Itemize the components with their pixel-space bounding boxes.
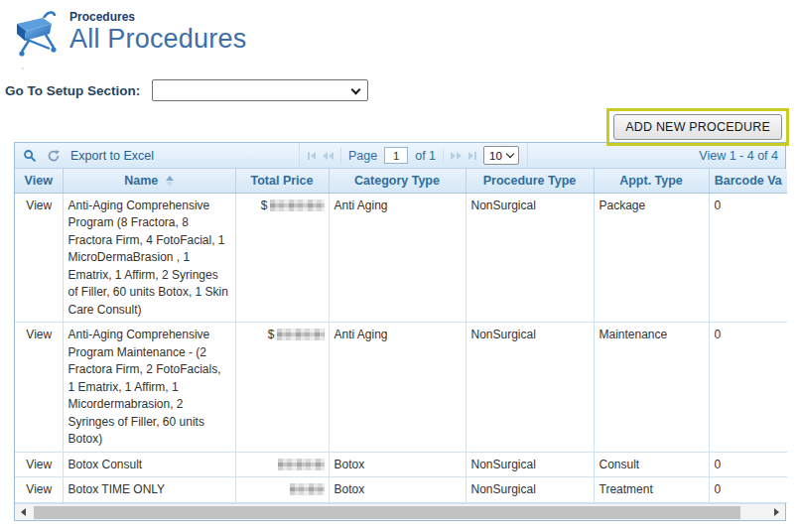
- page-size-select[interactable]: 10: [483, 146, 519, 165]
- table-row: View Botox TIME ONLY Botox NonSurgical T…: [15, 477, 787, 503]
- sort-ascending-icon: [166, 176, 174, 187]
- grid-toolbar: Export to Excel Page of 1 10 View 1 - 4 …: [15, 143, 785, 169]
- refresh-icon[interactable]: [47, 149, 61, 163]
- redacted-price: [278, 459, 325, 470]
- setup-section-select[interactable]: [152, 79, 368, 101]
- page-number-input[interactable]: [384, 147, 408, 164]
- column-header-category-type[interactable]: Category Type: [329, 169, 466, 193]
- add-new-procedure-button[interactable]: ADD NEW PROCEDURE: [613, 114, 782, 140]
- pager: Page of 1 10: [299, 143, 528, 168]
- view-link[interactable]: View: [26, 199, 52, 212]
- table-row: View Anti-Aging Comprehensive Program Ma…: [15, 323, 787, 453]
- page-of-label: of 1: [415, 149, 436, 163]
- procedure-type-cell: NonSurgical: [466, 452, 594, 477]
- column-header-barcode[interactable]: Barcode Va: [709, 169, 787, 193]
- procedure-type-cell: NonSurgical: [466, 477, 594, 503]
- barcode-value-cell: 0: [709, 323, 787, 453]
- procedure-type-cell: NonSurgical: [466, 323, 594, 453]
- table-row: View Anti-Aging Comprehensive Program (8…: [15, 193, 787, 323]
- procedures-grid: Export to Excel Page of 1 10 View 1 - 4 …: [14, 142, 786, 521]
- column-header-view[interactable]: View: [15, 169, 63, 193]
- first-page-icon[interactable]: [308, 152, 316, 160]
- barcode-value-cell: 0: [709, 477, 787, 503]
- add-button-highlight: ADD NEW PROCEDURE: [606, 108, 789, 146]
- breadcrumb: Procedures: [69, 8, 246, 24]
- page-label: Page: [348, 149, 377, 163]
- scroll-left-arrow-icon[interactable]: [15, 504, 32, 521]
- horizontal-scrollbar[interactable]: [15, 503, 785, 520]
- export-to-excel-link[interactable]: Export to Excel: [70, 149, 154, 163]
- page-title: All Procedures: [69, 24, 246, 54]
- procedure-name-cell: Botox Consult: [63, 452, 235, 477]
- column-header-appt-type[interactable]: Appt. Type: [594, 169, 709, 193]
- appt-type-cell: Maintenance: [594, 323, 709, 453]
- barcode-value-cell: 0: [709, 452, 787, 477]
- procedure-name-cell: Anti-Aging Comprehensive Program Mainten…: [63, 323, 235, 453]
- view-link[interactable]: View: [26, 482, 52, 496]
- redacted-price: [277, 329, 325, 340]
- setup-section-label: Go To Setup Section:: [5, 83, 140, 98]
- scroll-right-arrow-icon[interactable]: [768, 504, 785, 521]
- procedure-type-cell: NonSurgical: [466, 193, 594, 323]
- view-link[interactable]: View: [26, 328, 52, 341]
- chevron-down-icon: [506, 150, 514, 158]
- chevron-down-icon: [351, 85, 361, 95]
- appt-type-cell: Package: [594, 193, 709, 323]
- page-header: Procedures All Procedures: [0, 0, 800, 69]
- category-type-cell: Anti Aging: [329, 323, 466, 453]
- table-header-row: View Name Total Price Category Type Proc…: [15, 169, 787, 193]
- next-page-icon[interactable]: [451, 152, 462, 160]
- total-price-cell: [235, 452, 329, 477]
- scrollbar-thumb[interactable]: [34, 506, 740, 519]
- view-status: View 1 - 4 of 4: [699, 149, 785, 163]
- redacted-price: [290, 483, 325, 495]
- prev-page-icon[interactable]: [323, 152, 333, 160]
- page-size-value: 10: [489, 150, 502, 162]
- redacted-price: [270, 200, 325, 211]
- shopping-cart-icon: [10, 8, 60, 69]
- search-icon[interactable]: [23, 149, 37, 163]
- total-price-cell: $: [235, 193, 329, 323]
- procedures-table-body: View Anti-Aging Comprehensive Program (8…: [15, 193, 787, 502]
- total-price-cell: $: [235, 323, 329, 453]
- procedure-name-cell: Botox TIME ONLY: [63, 477, 235, 503]
- category-type-cell: Botox: [329, 452, 466, 477]
- column-header-name[interactable]: Name: [63, 169, 235, 193]
- pager-separator: [443, 148, 444, 164]
- appt-type-cell: Treatment: [594, 477, 709, 503]
- barcode-value-cell: 0: [709, 193, 787, 323]
- category-type-cell: Anti Aging: [329, 193, 466, 323]
- column-header-procedure-type[interactable]: Procedure Type: [466, 169, 594, 193]
- pager-separator: [340, 148, 341, 164]
- total-price-cell: [235, 477, 329, 503]
- table-row: View Botox Consult Botox NonSurgical Con…: [15, 452, 787, 477]
- procedure-name-cell: Anti-Aging Comprehensive Program (8 Frac…: [63, 193, 235, 323]
- appt-type-cell: Consult: [594, 452, 709, 477]
- category-type-cell: Botox: [329, 477, 466, 503]
- procedures-table: View Name Total Price Category Type Proc…: [15, 169, 787, 503]
- column-header-total-price[interactable]: Total Price: [235, 169, 329, 193]
- view-link[interactable]: View: [26, 458, 52, 471]
- last-page-icon[interactable]: [468, 152, 476, 160]
